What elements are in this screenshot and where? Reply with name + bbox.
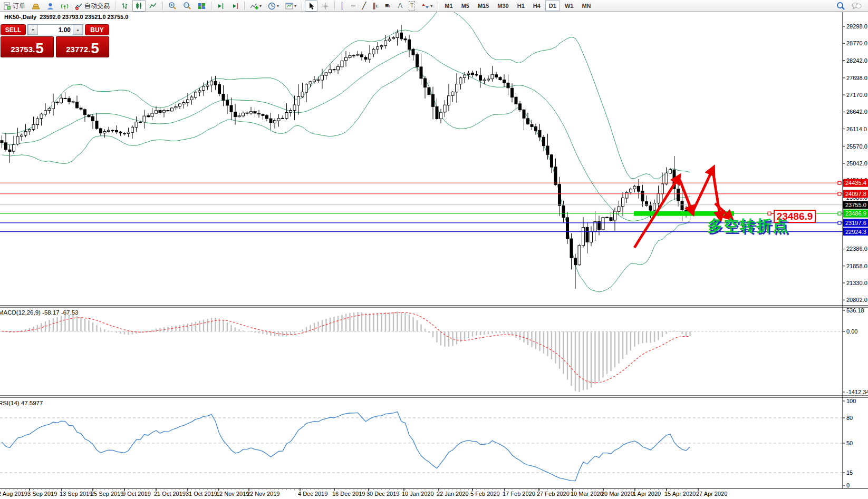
svg-text:9 Oct 2019: 9 Oct 2019: [122, 491, 151, 497]
add-indicator-icon: [250, 2, 258, 10]
svg-text:23197.6: 23197.6: [845, 220, 866, 226]
timeframe-button-mn[interactable]: MN: [578, 1, 594, 11]
svg-text:50: 50: [846, 440, 853, 446]
toolbar-separator: [334, 2, 335, 10]
label-tool-letter: T: [409, 1, 415, 11]
svg-text:3 Sep 2019: 3 Sep 2019: [27, 491, 57, 497]
chart-symbol-period: HK50-,Daily: [4, 14, 36, 20]
channel-tool-letter: E: [376, 4, 379, 8]
svg-text:28242.0: 28242.0: [846, 57, 867, 64]
arrows-tool-button[interactable]: ▾: [419, 0, 435, 12]
svg-text:24097.8: 24097.8: [845, 191, 866, 197]
chart-shift-button[interactable]: [214, 0, 227, 12]
auto-scroll-button[interactable]: [228, 0, 242, 12]
svg-text:27170.0: 27170.0: [846, 92, 867, 98]
one-click-trading-panel: SELL ▾ ▴ BUY 23753. 5 23772. 5: [1, 24, 109, 57]
new-order-label: 订单: [13, 2, 25, 11]
timeframe-button-m30[interactable]: M30: [494, 1, 512, 11]
svg-text:25570.0: 25570.0: [846, 143, 867, 150]
timeframe-button-h1[interactable]: H1: [514, 1, 528, 11]
timeframe-button-m15[interactable]: M15: [474, 1, 493, 11]
timeframe-button-w1[interactable]: W1: [561, 1, 577, 11]
chart-canvas[interactable]: 29298.028770.028242.027698.027170.026642…: [0, 0, 868, 499]
timeframe-button-h4[interactable]: H4: [529, 1, 544, 11]
templates-button[interactable]: ▾: [283, 0, 299, 12]
buy-price-panel[interactable]: 23772. 5: [56, 36, 109, 57]
svg-text:12 Nov 2019: 12 Nov 2019: [216, 491, 249, 497]
candlestick-chart-button[interactable]: [132, 0, 146, 12]
zoom-out-button[interactable]: [180, 0, 194, 12]
volume-decrease-button[interactable]: ▾: [28, 25, 38, 35]
periods-button[interactable]: ▾: [265, 0, 282, 12]
svg-text:26114.0: 26114.0: [846, 126, 867, 132]
crosshair-tool-button[interactable]: [319, 0, 332, 12]
signal-icon: [61, 2, 69, 10]
vertical-line-icon: │: [340, 2, 344, 10]
svg-text:100: 100: [846, 398, 856, 404]
line-chart-icon: [149, 2, 157, 10]
zoom-in-button[interactable]: [166, 0, 179, 12]
svg-text:15 Apr 2020: 15 Apr 2020: [664, 491, 696, 497]
volume-input[interactable]: [38, 25, 73, 35]
sell-button[interactable]: SELL: [1, 24, 26, 35]
svg-text:17 Feb 2020: 17 Feb 2020: [503, 491, 535, 497]
autotrading-button[interactable]: 自动交易: [72, 0, 112, 12]
timeframe-button-m1[interactable]: M1: [441, 1, 456, 11]
toolbar-separator: [302, 2, 302, 10]
text-label-tool-button[interactable]: T: [406, 0, 418, 12]
fibonacci-tool-button[interactable]: ≡F: [382, 0, 394, 12]
vertical-line-tool-button[interactable]: │: [337, 0, 347, 12]
timeframe-button-m5[interactable]: M5: [458, 1, 473, 11]
svg-text:23755.0: 23755.0: [845, 202, 866, 208]
autotrading-icon: [75, 2, 83, 10]
volume-increase-button[interactable]: ▴: [73, 25, 83, 35]
clock-icon: [268, 2, 276, 10]
crosshair-icon: [321, 2, 329, 10]
zoom-in-icon: [168, 2, 177, 10]
sell-price-main: 23753.: [11, 43, 35, 56]
svg-text:25042.0: 25042.0: [846, 160, 867, 167]
add-indicator-button[interactable]: ▾: [247, 0, 264, 12]
svg-text:0: 0: [846, 482, 850, 488]
svg-text:4 Dec 2019: 4 Dec 2019: [298, 491, 327, 497]
deposit-button[interactable]: [29, 0, 43, 12]
line-chart-button[interactable]: [147, 0, 160, 12]
chat-button[interactable]: [849, 0, 864, 12]
svg-text:80: 80: [846, 415, 853, 421]
buy-button[interactable]: BUY: [85, 24, 109, 35]
equidistant-channel-tool-button[interactable]: ∥E: [370, 0, 381, 12]
cursor-tool-button[interactable]: [305, 0, 317, 12]
svg-text:26642.0: 26642.0: [846, 109, 867, 115]
volume-spinner: ▾ ▴: [27, 24, 83, 35]
text-tool-button[interactable]: A: [396, 0, 406, 12]
trendline-tool-button[interactable]: ╱: [359, 0, 369, 12]
timeframe-button-d1[interactable]: D1: [545, 1, 560, 11]
bar-chart-icon: [121, 2, 129, 10]
sell-price-panel[interactable]: 23753. 5: [1, 36, 54, 57]
tile-windows-button[interactable]: [195, 0, 208, 12]
community-button[interactable]: [44, 0, 57, 12]
bar-chart-button[interactable]: [118, 0, 131, 12]
toolbar-separator: [438, 2, 438, 10]
dropdown-arrow-icon: ▾: [430, 4, 432, 8]
template-icon: [285, 2, 293, 10]
buy-price-main: 23772.: [66, 43, 90, 56]
svg-text:27 Apr 2020: 27 Apr 2020: [696, 491, 727, 497]
toolbar-separator: [162, 2, 163, 10]
svg-text:16 Dec 2019: 16 Dec 2019: [332, 491, 365, 497]
horizontal-line-icon: ─: [351, 2, 355, 10]
svg-text:20 Mar 2020: 20 Mar 2020: [601, 491, 634, 497]
svg-text:31 Oct 2019: 31 Oct 2019: [186, 491, 217, 497]
zoom-out-icon: [183, 2, 191, 10]
text-tool-letter: A: [398, 2, 403, 10]
gold-icon: [32, 2, 40, 10]
turning-point-annotation[interactable]: 多空转折点: [707, 216, 789, 237]
signals-button[interactable]: [58, 0, 71, 12]
search-icon: [836, 2, 845, 11]
search-button[interactable]: [834, 0, 848, 12]
svg-text:1 Apr 2020: 1 Apr 2020: [633, 491, 661, 497]
horizontal-line-tool-button[interactable]: ─: [348, 0, 358, 12]
new-order-button[interactable]: 订单: [1, 0, 28, 12]
svg-text:10 Jan 2020: 10 Jan 2020: [402, 491, 434, 497]
dropdown-arrow-icon: ▾: [277, 4, 279, 8]
